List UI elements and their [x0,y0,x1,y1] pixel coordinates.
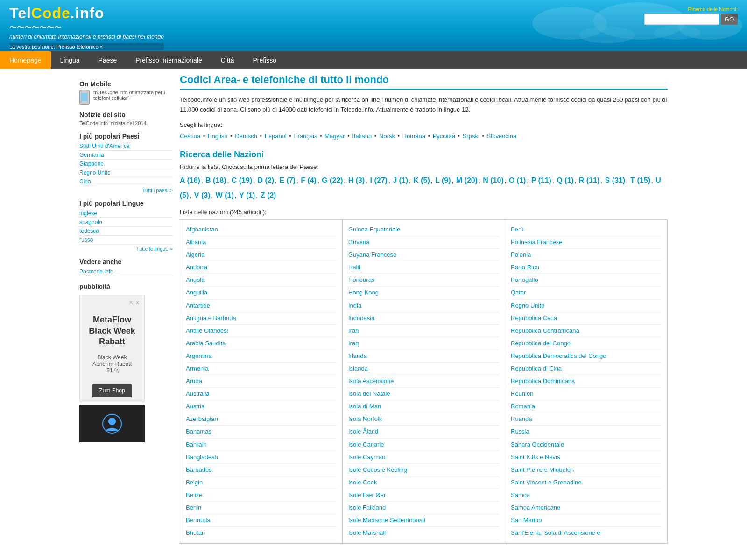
nation-link[interactable]: Haiti [348,261,499,274]
nation-link[interactable]: Antigua e Barbuda [186,312,337,325]
ad-shop-button[interactable]: Zum Shop [92,384,131,397]
nation-link[interactable]: Isole Cocos e Keeling [348,464,499,476]
letter-filter-F[interactable]: F (4) [301,176,317,184]
nation-link[interactable]: Russia [511,426,662,438]
letter-filter-T[interactable]: T (15) [630,176,650,184]
language-link-slovenčina[interactable]: Slovenčina [487,133,517,140]
nav-citta[interactable]: Città [211,51,244,69]
nation-link[interactable]: Repubblica Ceca [511,312,662,325]
sidebar-postcode-link[interactable]: Postcode.info [79,267,173,276]
nation-link[interactable]: Guinea Equatoriale [348,224,499,236]
nation-link[interactable]: Isole Marianne Settentrionali [348,514,499,527]
nation-link[interactable]: Islanda [348,363,499,375]
letter-filter-W[interactable]: W (1) [216,191,234,199]
sidebar-country-link[interactable]: Giappone [79,160,173,168]
nation-link[interactable]: Réunion [511,388,662,400]
letter-filter-A[interactable]: A (16) [180,176,200,184]
nation-link[interactable]: Polonia [511,249,662,261]
nation-link[interactable]: Sahara Occidentale [511,439,662,451]
nation-link[interactable]: Anguilla [186,287,337,299]
nation-link[interactable]: Iraq [348,337,499,350]
nation-link[interactable]: Samoa Americane [511,502,662,514]
nation-link[interactable]: Saint Pierre e Miquelon [511,464,662,476]
letter-filter-H[interactable]: H (3) [348,176,365,184]
nation-link[interactable]: Perù [511,224,662,236]
language-link-čeština[interactable]: Čeština [180,133,200,140]
nation-link[interactable]: Guyana [348,236,499,249]
letter-filter-O[interactable]: O (1) [509,176,526,184]
nation-link[interactable]: Porto Rico [511,261,662,274]
letter-filter-B[interactable]: B (18) [205,176,226,184]
letter-filter-I[interactable]: I (27) [370,176,388,184]
nation-link[interactable]: Belgio [186,476,337,489]
nation-link[interactable]: Arabia Saudita [186,337,337,350]
letter-filter-Y[interactable]: Y (1) [239,191,255,199]
letter-filter-M[interactable]: M (20) [456,176,478,184]
nation-link[interactable]: Isola del Natale [348,388,499,400]
nav-prefisso-internazionale[interactable]: Prefisso Internazionale [126,51,211,69]
sidebar-language-link[interactable]: tedesco [79,227,173,236]
nation-link[interactable]: Ruanda [511,413,662,426]
nation-link[interactable]: Argentina [186,350,337,363]
language-link-srpski[interactable]: Srpski [463,133,479,140]
nation-link[interactable]: Belize [186,489,337,502]
nation-link[interactable]: Isole Fær Øer [348,489,499,502]
ad-close-icon[interactable]: ✕ [135,300,140,306]
letter-filter-E[interactable]: E (7) [279,176,296,184]
letter-filter-Z[interactable]: Z (2) [261,191,276,199]
breadcrumb-link[interactable]: Prefisso telefonico » [56,44,103,49]
nation-link[interactable]: Isole Åland [348,426,499,438]
nav-homepage[interactable]: Homepage [0,51,51,69]
nation-link[interactable]: Qatar [511,287,662,299]
sidebar-country-link[interactable]: Germania [79,151,173,160]
nation-link[interactable]: Guyana Francese [348,249,499,261]
nation-link[interactable]: Saint Kitts e Nevis [511,451,662,464]
logo[interactable]: TelCode.info [9,5,164,22]
nation-link[interactable]: Saint Vincent e Grenadine [511,476,662,489]
nation-link[interactable]: Bhutan [186,527,337,539]
letter-filter-V[interactable]: V (3) [194,191,211,199]
letter-filter-G[interactable]: G (22) [322,176,343,184]
nation-link[interactable]: Repubblica del Congo [511,337,662,350]
nation-link[interactable]: Isole Marshall [348,527,499,539]
nation-link[interactable]: Isola Ascensione [348,375,499,388]
language-link-română[interactable]: Română [402,133,425,140]
nation-link[interactable]: San Marino [511,514,662,527]
nation-link[interactable]: Antartide [186,300,337,312]
language-link-norsk[interactable]: Norsk [379,133,395,140]
sidebar-language-link[interactable]: spagnolo [79,218,173,227]
language-link-español[interactable]: Español [265,133,287,140]
letter-filter-K[interactable]: K (5) [413,176,430,184]
language-link-français[interactable]: Français [294,133,317,140]
nation-link[interactable]: Polinesia Francese [511,236,662,249]
nation-link[interactable]: Algeria [186,249,337,261]
language-link-русский[interactable]: Русский [433,133,455,140]
sidebar-country-link[interactable]: Stati Uniti d'America [79,142,173,151]
nation-link[interactable]: Isole Cook [348,476,499,489]
nation-link[interactable]: Iran [348,325,499,337]
language-link-magyar[interactable]: Magyar [324,133,345,140]
nation-link[interactable]: Antille Olandesi [186,325,337,337]
nation-link[interactable]: Bermuda [186,514,337,527]
nation-link[interactable]: Romania [511,400,662,413]
language-link-italiano[interactable]: Italiano [352,133,372,140]
nation-link[interactable]: Afghanistan [186,224,337,236]
nation-link[interactable]: Portogallo [511,274,662,287]
nation-link[interactable]: Repubblica Centrafricana [511,325,662,337]
nav-paese[interactable]: Paese [89,51,127,69]
sidebar-all-languages-link[interactable]: Tutte le lingue > [79,246,173,252]
nation-link[interactable]: Indonesia [348,312,499,325]
nation-link[interactable]: Repubblica Dominicana [511,375,662,388]
nation-link[interactable]: Repubblica Democratica del Congo [511,350,662,363]
nation-link[interactable]: Bangladesh [186,451,337,464]
letter-filter-S[interactable]: S (31) [605,176,626,184]
nation-link[interactable]: Albania [186,236,337,249]
letter-filter-N[interactable]: N (10) [483,176,503,184]
nation-link[interactable]: Honduras [348,274,499,287]
nation-link[interactable]: Irlanda [348,350,499,363]
letter-filter-C[interactable]: C (19) [232,176,252,184]
nation-link[interactable]: Benin [186,502,337,514]
nav-prefisso[interactable]: Prefisso [243,51,286,69]
sidebar-all-countries-link[interactable]: Tutti i paesi > [79,188,173,193]
language-link-english[interactable]: English [208,133,228,140]
